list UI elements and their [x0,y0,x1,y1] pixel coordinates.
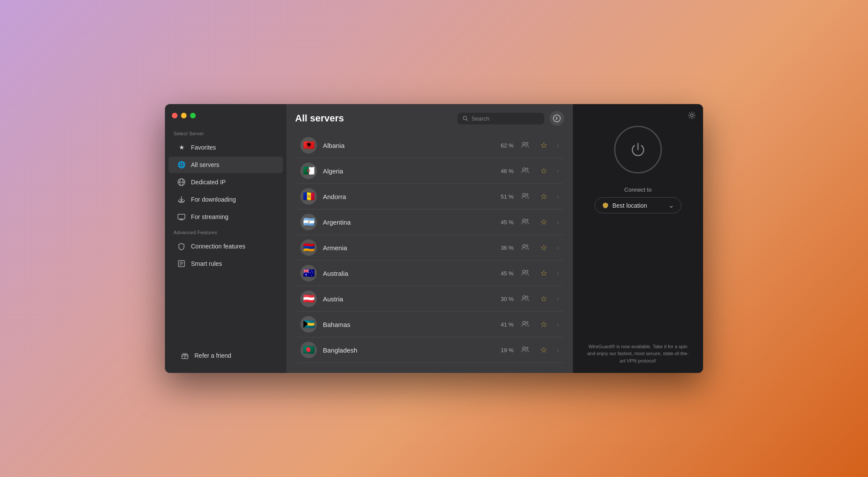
table-row[interactable]: 🇦🇩 Andorra 51 % ☆ › [295,184,564,209]
sidebar-item-streaming[interactable]: For streaming [168,209,283,225]
main-header: All servers [286,104,573,133]
svg-point-24 [523,245,525,247]
favorite-star-icon[interactable]: ☆ [540,294,547,304]
table-row[interactable]: 🇧🇩 Bangladesh 19 % ☆ › [295,337,564,363]
title-bar [165,104,286,127]
search-bar[interactable] [457,113,544,124]
smart-rules-icon [177,259,186,268]
country-name: Austria [323,295,495,303]
power-button-area [614,126,662,173]
table-row[interactable]: 🇦🇷 Argentina 45 % ☆ › [295,209,564,235]
svg-line-14 [466,119,467,121]
table-row[interactable]: 🇦🇱 Albania 62 % ☆ › [295,133,564,158]
country-name: Andorra [323,193,495,200]
favorite-star-icon[interactable]: ☆ [540,166,547,176]
country-flag: 🇩🇿 [300,163,317,179]
power-icon [629,141,647,158]
connect-dropdown[interactable]: Best location ⌄ [595,197,681,213]
chevron-right-icon: › [557,167,559,174]
sidebar-item-smart-rules[interactable]: Smart rules [168,255,283,272]
svg-point-32 [523,347,525,350]
globe-icon: 🌐 [177,160,186,169]
favorite-star-icon[interactable]: ☆ [540,320,547,329]
server-load: 45 % [501,270,514,277]
chevron-right-icon: › [557,270,559,277]
svg-point-19 [526,168,528,170]
server-load: 19 % [501,347,514,353]
svg-point-26 [523,270,525,273]
sidebar-item-all-servers[interactable]: 🌐 All servers [168,157,283,173]
sidebar-item-all-servers-label: All servers [191,161,219,168]
sidebar: Select Server ★ Favorites 🌐 All servers … [165,104,286,373]
table-row[interactable]: 🇧🇸 Bahamas 41 % ☆ › [295,312,564,337]
refer-friend-label: Refer a friend [194,352,231,359]
country-flag: 🇦🇺 [300,265,317,281]
favorite-star-icon[interactable]: ☆ [540,140,547,150]
svg-point-18 [523,168,525,170]
country-flag: 🇧🇸 [300,316,317,333]
sidebar-item-favorites-label: Favorites [191,144,216,151]
maximize-button[interactable] [190,113,196,118]
arrow-right-icon [553,114,561,122]
country-flag: 🇦🇲 [300,239,317,256]
country-name: Australia [323,270,495,277]
sidebar-item-dedicated-ip-label: Dedicated IP [191,179,226,186]
table-row[interactable]: 🇦🇹 Austria 30 % ☆ › [295,286,564,312]
chevron-right-icon: › [557,295,559,302]
svg-point-33 [526,347,528,349]
server-load: 51 % [501,193,514,200]
table-row[interactable]: 🇩🇿 Algeria 46 % ☆ › [295,158,564,184]
server-load: 41 % [501,321,514,328]
chevron-right-icon: › [557,219,559,225]
settings-button[interactable] [687,111,696,122]
chevron-right-icon: › [557,193,559,200]
users-icon [521,219,529,226]
sidebar-item-dedicated-ip[interactable]: Dedicated IP [168,174,283,190]
country-flag: 🇧🇩 [300,342,317,358]
search-input[interactable] [471,115,539,122]
svg-point-22 [523,219,525,222]
svg-point-29 [526,296,528,298]
users-icon [521,295,529,303]
favorite-star-icon[interactable]: ☆ [540,217,547,227]
favorite-star-icon[interactable]: ☆ [540,243,547,252]
server-load: 36 % [501,245,514,251]
country-name: Bahamas [323,321,495,328]
country-name: Argentina [323,219,495,226]
svg-point-21 [526,193,528,196]
connect-dropdown-inner: Best location [602,202,647,209]
svg-point-20 [523,193,525,196]
svg-point-25 [526,245,528,247]
table-row[interactable]: 🇦🇲 Armenia 36 % ☆ › [295,235,564,261]
streaming-icon [177,212,186,221]
svg-point-31 [526,321,528,323]
power-button[interactable] [614,126,662,173]
navigate-button[interactable] [549,111,564,126]
country-flag: 🇦🇹 [300,291,317,307]
country-flag: 🇦🇷 [300,214,317,230]
favorite-star-icon[interactable]: ☆ [540,268,547,278]
users-icon [521,167,529,175]
sidebar-item-downloading[interactable]: For downloading [168,191,283,208]
country-flag: 🇦🇩 [300,188,317,205]
section-advanced-label: Advanced Features [165,225,286,238]
svg-rect-3 [178,214,185,219]
sidebar-item-refer[interactable]: Refer a friend [172,347,279,364]
sidebar-item-smart-rules-label: Smart rules [191,260,222,267]
chevron-right-icon: › [557,321,559,328]
table-row[interactable]: 🇦🇺 Australia 45 % ☆ › [295,261,564,286]
favorite-star-icon[interactable]: ☆ [540,345,547,355]
users-icon [521,193,529,200]
chevron-right-icon: › [557,142,559,149]
main-content: All servers 🇦🇱 Albania 62 % [286,104,573,373]
close-button[interactable] [172,113,178,118]
search-icon [463,115,468,121]
server-load: 62 % [501,142,514,149]
sidebar-item-connection-features[interactable]: Connection features [168,238,283,255]
star-icon: ★ [177,143,186,152]
favorite-star-icon[interactable]: ☆ [540,192,547,201]
shield-icon [177,242,186,251]
sidebar-item-favorites[interactable]: ★ Favorites [168,139,283,156]
chevron-down-icon: ⌄ [668,201,674,209]
minimize-button[interactable] [181,113,187,118]
